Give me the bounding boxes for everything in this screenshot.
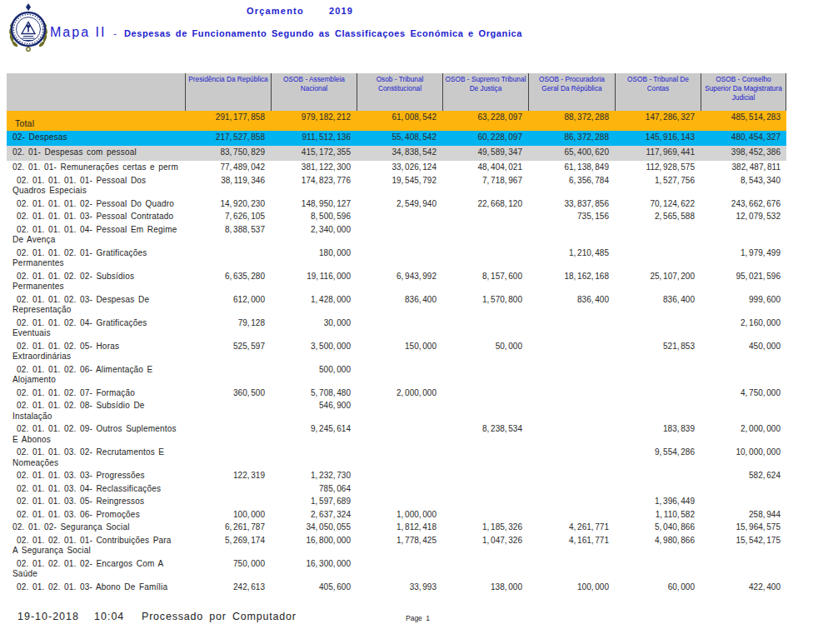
table-row: 02. 01. 01. 01. 04- Pessoal Em Regime De…: [7, 223, 786, 247]
row-value: [528, 223, 615, 247]
column-header: OSOB - Supremo Tribunal De Justiça: [442, 73, 528, 111]
table-row: 02. 01. 01. 01. 01- Pessoal Dos Quadros …: [7, 174, 786, 197]
row-value: 147, 286, 327: [615, 111, 701, 131]
page-number: Page 1: [406, 614, 430, 622]
column-header: OSOB - Assembleia Nacional: [271, 73, 357, 111]
row-value: [442, 317, 528, 340]
row-value: [701, 223, 786, 247]
row-label: 02. 01. 01. 02. 01- Gratificações Perman…: [7, 247, 185, 270]
row-value: 2, 565, 588: [615, 210, 701, 223]
row-value: 242, 613: [185, 581, 271, 594]
row-value: [442, 508, 528, 522]
footer-date: 19-10-2018: [17, 611, 79, 622]
row-value: 15, 964, 575: [701, 521, 786, 534]
row-value: 16, 300, 000: [271, 557, 357, 581]
row-value: 360, 500: [185, 387, 271, 400]
row-value: 60, 000: [615, 581, 701, 594]
row-value: 525, 597: [185, 340, 271, 363]
table-row: 02- Despesas217, 527, 858911, 512, 13655…: [7, 131, 786, 146]
row-label: 02. 01. 01. 01. 01- Pessoal Dos Quadros …: [7, 174, 185, 197]
row-value: 70, 124, 622: [615, 197, 701, 211]
row-value: 8, 388, 537: [185, 223, 271, 247]
table-row: 02. 01. 01. 01. 02- Pessoal Do Quadro14,…: [7, 197, 786, 211]
row-value: 33, 026, 124: [357, 161, 442, 174]
row-value: 546, 900: [271, 399, 357, 422]
row-value: 999, 600: [701, 293, 786, 317]
row-value: 138, 000: [442, 581, 528, 594]
row-value: 183, 839: [615, 422, 701, 446]
row-value: [615, 363, 701, 387]
row-value: 382, 487, 811: [701, 161, 786, 174]
row-value: 38, 119, 346: [185, 174, 271, 197]
column-header: OSOB - Conselho Superior Da Magistratura…: [701, 73, 786, 111]
row-value: 5, 708, 480: [271, 387, 357, 400]
row-value: 61, 008, 542: [357, 111, 442, 131]
row-value: 55, 408, 542: [357, 131, 442, 146]
row-value: 1, 047, 326: [442, 534, 528, 557]
row-value: 83, 750, 829: [185, 146, 271, 161]
row-value: [185, 399, 271, 422]
row-value: 4, 750, 000: [701, 387, 786, 400]
row-value: 8, 543, 340: [701, 174, 786, 197]
row-value: [528, 363, 615, 387]
row-value: 1, 778, 425: [357, 534, 442, 557]
row-value: 2, 000, 000: [357, 387, 442, 400]
row-value: [528, 317, 615, 340]
row-value: [615, 557, 701, 581]
table-row: 02. 01. 01. 03. 03- Progressões122, 3191…: [7, 469, 786, 482]
row-value: 1, 000, 000: [357, 508, 442, 522]
row-value: 258, 944: [701, 508, 786, 522]
row-value: 9, 245, 614: [271, 422, 357, 446]
row-value: [442, 469, 528, 482]
column-header: Osob - Tribunal Constitucional: [357, 73, 442, 111]
row-value: 1, 812, 418: [357, 521, 442, 534]
row-value: 1, 527, 756: [615, 174, 701, 197]
row-value: 1, 210, 485: [528, 247, 615, 270]
row-value: [701, 363, 786, 387]
row-value: [528, 557, 615, 581]
row-value: [442, 210, 528, 223]
row-label: 02. 01. 01. 02. 04- Gratificações Eventu…: [7, 317, 185, 340]
row-value: 2, 340, 000: [271, 223, 357, 247]
row-value: 7, 626, 105: [185, 210, 271, 223]
row-value: 19, 116, 000: [271, 270, 357, 293]
row-value: [615, 469, 701, 482]
row-label: 02. 01. 01. 01. 03- Pessoal Contratado: [7, 210, 185, 223]
row-value: 148, 950, 127: [271, 197, 357, 211]
row-value: [185, 422, 271, 446]
table-row: 02. 01. 02. 01. 02- Encargos Com A Saúde…: [7, 557, 786, 581]
row-value: 22, 668, 120: [442, 197, 528, 211]
row-value: 14, 920, 230: [185, 197, 271, 211]
row-value: [528, 446, 615, 469]
row-value: 63, 228, 097: [442, 111, 528, 131]
row-value: 750, 000: [185, 557, 271, 581]
row-label: 02. 01. 01. 03. 04- Reclassificações: [7, 482, 185, 496]
row-label: 02. 01. 01. 01. 04- Pessoal Em Regime De…: [7, 223, 185, 247]
row-value: 485, 514, 283: [701, 111, 786, 131]
row-value: [701, 495, 786, 508]
row-label: 02. 01- Despesas com pessoal: [7, 146, 185, 161]
row-value: 521, 853: [615, 340, 701, 363]
row-value: 5, 269, 174: [185, 534, 271, 557]
table-header-row: Presidência Da República OSOB - Assemble…: [7, 73, 786, 111]
row-value: 1, 232, 730: [271, 469, 357, 482]
row-value: 88, 372, 288: [528, 111, 615, 131]
row-label: 02. 01. 01. 02. 02- Subsídios Permanente…: [7, 270, 185, 293]
row-value: 86, 372, 288: [528, 131, 615, 146]
table-row: 02. 01. 01. 02. 06- Alimentação E Alojam…: [7, 363, 786, 387]
table-row: 02. 01. 01. 02. 01- Gratificações Perman…: [7, 247, 786, 270]
row-value: 480, 454, 327: [701, 131, 786, 146]
row-value: 2, 549, 940: [357, 197, 442, 211]
row-value: [185, 446, 271, 469]
row-value: 979, 182, 212: [271, 111, 357, 131]
table-row: 02. 01. 01. 03. 04- Reclassificações785,…: [7, 482, 786, 496]
row-value: 8, 238, 534: [442, 422, 528, 446]
row-value: [528, 399, 615, 422]
budget-table: Presidência Da República OSOB - Assemble…: [7, 73, 786, 593]
row-value: [357, 317, 442, 340]
row-value: 33, 837, 856: [528, 197, 615, 211]
row-value: [615, 317, 701, 340]
row-value: 18, 162, 168: [528, 270, 615, 293]
row-value: 1, 396, 449: [615, 495, 701, 508]
row-value: 9, 554, 286: [615, 446, 701, 469]
